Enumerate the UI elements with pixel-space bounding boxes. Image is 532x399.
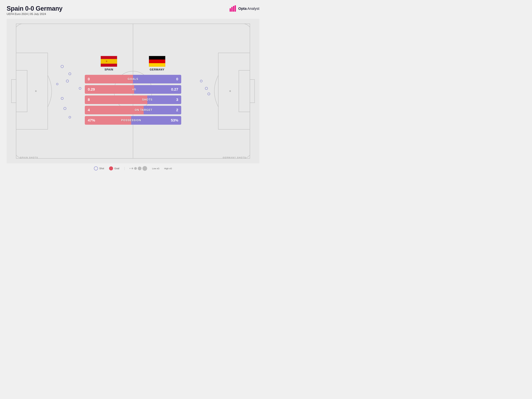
spain-flag-bot: [101, 64, 117, 67]
stat-away-value-4: 53%: [145, 116, 181, 125]
stat-center-label-2: SHOTS: [133, 95, 161, 104]
teams-row: ⚜ SPAIN GERMANY: [85, 56, 181, 71]
svg-rect-3: [234, 5, 236, 12]
stat-center-label-0: GOALS: [119, 75, 147, 83]
legend-shot: Shot: [94, 166, 104, 171]
stat-row-goals: 0 GOALS 0: [85, 75, 181, 83]
xg-range-labels: Low xG High xG: [152, 167, 172, 170]
svg-rect-0: [230, 8, 231, 12]
xg-dot-5: [142, 166, 147, 171]
stat-rows-container: 0 GOALS 0 0.29 xG: [85, 75, 181, 126]
stat-row-shots: 8 SHOTS 3: [85, 95, 181, 104]
germany-shots-label: GERMANY SHOTS: [223, 156, 246, 159]
spain-team-info: ⚜ SPAIN: [101, 56, 117, 71]
opta-logo-text: Opta Analyst: [238, 6, 259, 11]
xg-dot-1: [129, 168, 131, 169]
stat-home-value-2: 8: [85, 95, 133, 104]
germany-team-info: GERMANY: [149, 56, 165, 71]
spain-shots-label: SPAIN SHOTS: [20, 156, 38, 159]
legend-goal-label: Goal: [114, 167, 119, 170]
legend: Shot Goal Low xG High xG: [7, 166, 259, 171]
germany-flag-mid: [149, 59, 165, 63]
pitch-container: ⚜ SPAIN GERMANY: [7, 19, 259, 163]
stat-center-label-3: ON TARGET: [129, 106, 158, 114]
header: Spain 0-0 Germany UEFA Euro 2024 | 05 Ju…: [7, 5, 259, 16]
stat-row-xg: 0.29 xG 0.27: [85, 85, 181, 94]
opta-logo-icon: [229, 5, 237, 12]
stat-away-value-0: 0: [147, 75, 181, 83]
germany-flag-bot: [149, 63, 165, 67]
stat-away-value-2: 3: [161, 95, 181, 104]
stat-home-value-4: 47%: [85, 116, 117, 125]
stat-home-value-1: 0.29: [85, 85, 120, 94]
xg-dot-3: [134, 167, 137, 170]
low-xg-label: Low xG: [152, 167, 159, 170]
opta-text: Opta: [238, 6, 247, 11]
legend-shot-label: Shot: [99, 167, 104, 170]
stat-center-label-4: POSSESSION: [117, 116, 145, 125]
stat-home-value-0: 0: [85, 75, 119, 83]
page-wrapper: Spain 0-0 Germany UEFA Euro 2024 | 05 Ju…: [0, 0, 266, 200]
legend-shot-circle: [94, 166, 98, 171]
stats-panel: ⚜ SPAIN GERMANY: [85, 56, 181, 126]
xg-dot-4: [138, 167, 141, 170]
legend-xg-group: [129, 166, 147, 171]
germany-flag-top: [149, 56, 165, 59]
stat-away-value-3: 2: [158, 106, 181, 114]
legend-goal: Goal: [109, 166, 119, 171]
legend-goal-circle: [109, 166, 113, 171]
germany-shot-1: [200, 80, 203, 82]
stat-home-value-3: 4: [85, 106, 129, 114]
analyst-text: Analyst: [247, 6, 259, 11]
header-left: Spain 0-0 Germany UEFA Euro 2024 | 05 Ju…: [7, 5, 63, 16]
match-subtitle: UEFA Euro 2024 | 05 July 2024: [7, 13, 63, 16]
stat-away-value-1: 0.27: [148, 85, 181, 94]
spain-flag-top: [101, 56, 117, 59]
stat-row-possession: 47% POSSESSION 53%: [85, 116, 181, 125]
germany-shot-2: [205, 87, 208, 90]
germany-team-name: GERMANY: [150, 68, 165, 71]
spain-team-name: SPAIN: [105, 68, 113, 71]
stat-center-label-1: xG: [120, 85, 148, 94]
svg-rect-2: [233, 6, 234, 12]
legend-divider: [124, 167, 125, 170]
stat-row-on-target: 4 ON TARGET 2: [85, 106, 181, 114]
spain-flag: ⚜: [101, 56, 117, 67]
germany-flag: [149, 56, 165, 67]
spain-coat-of-arms: ⚜: [106, 60, 108, 63]
logo-area: Opta Analyst: [229, 5, 259, 12]
match-title: Spain 0-0 Germany: [7, 5, 63, 12]
xg-labels: Low xG High xG: [152, 167, 172, 170]
high-xg-label: High xG: [164, 167, 172, 170]
spain-flag-mid: ⚜: [101, 59, 117, 63]
svg-rect-1: [231, 7, 233, 12]
germany-shot-3: [208, 93, 210, 95]
xg-dot-2: [132, 168, 133, 169]
